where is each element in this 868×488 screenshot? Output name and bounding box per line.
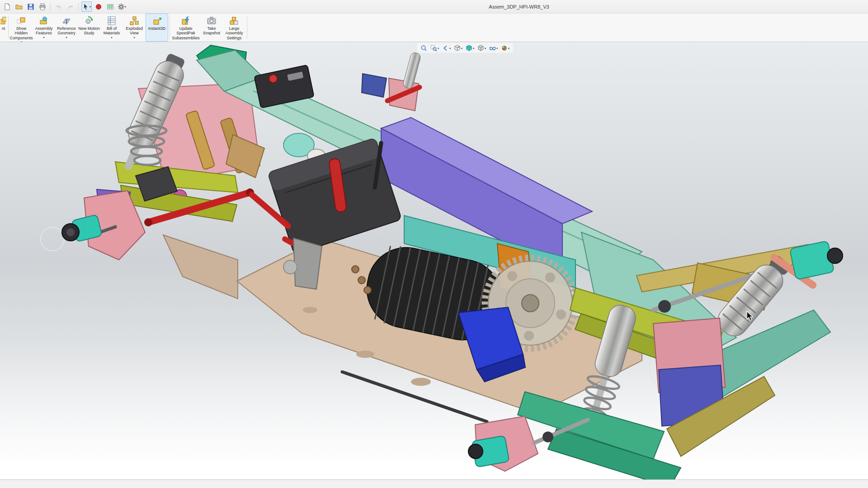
chevron-down-icon: ▾ — [473, 47, 474, 50]
ribbon-button-nt[interactable]: nt — [0, 14, 7, 42]
ribbon-button-label: nt — [2, 26, 5, 31]
ribbon-button-label: Instant3D — [148, 26, 166, 31]
ribbon-toolbar: ntShow Hidden Components▾Assembly Featur… — [0, 14, 868, 42]
chevron-down-icon: ▾ — [111, 36, 112, 39]
previous-view-icon — [442, 45, 449, 52]
component-icon — [0, 16, 7, 26]
chevron-down-icon: ▾ — [90, 5, 91, 8]
ribbon-button-label: New Motion Study — [78, 26, 100, 36]
options-gear-button[interactable]: ▾ — [117, 1, 127, 12]
ribbon-button-label: Exploded View — [123, 26, 145, 36]
select-arrow-button[interactable]: ▾ — [81, 1, 92, 12]
save-icon — [27, 3, 34, 10]
design-table-button[interactable] — [105, 1, 115, 12]
ribbon-button-assembly-features[interactable]: Assembly Features▾ — [33, 14, 55, 42]
undo-icon — [55, 3, 62, 10]
record-macro-button[interactable] — [93, 1, 104, 12]
assembly-features-icon — [39, 16, 49, 26]
display-style-button[interactable]: ▾ — [476, 44, 487, 52]
quick-access-toolbar: ▾▾ — [0, 1, 127, 12]
edit-appearance-button[interactable]: ▾ — [500, 44, 510, 52]
zoom-fit-icon — [420, 45, 427, 52]
toolbar-separator — [50, 3, 51, 11]
hide-show-items-button[interactable]: ▾ — [488, 44, 499, 52]
motion-study-icon — [84, 16, 94, 26]
toolbar-separator — [78, 3, 79, 11]
snapshot-icon — [207, 16, 217, 26]
print-icon — [39, 3, 46, 10]
model-viewport[interactable]: ▾▾▾▾▾▾▾ — [0, 42, 868, 479]
chevron-down-icon: ▾ — [125, 5, 126, 8]
chevron-down-icon: ▾ — [496, 47, 498, 50]
speedpak-icon — [181, 16, 191, 26]
hide-show-items-icon — [489, 45, 496, 52]
redo-button[interactable] — [65, 1, 75, 12]
exploded-view-icon — [129, 16, 139, 26]
ribbon-button-new-motion-study[interactable]: New Motion Study — [78, 14, 100, 42]
ribbon-button-exploded-view[interactable]: Exploded View▾ — [123, 14, 146, 42]
ribbon-button-label: Assembly Features — [33, 26, 55, 36]
heads-up-toolbar: ▾▾▾▾▾▾▾ — [417, 43, 513, 53]
ribbon-button-instant3d[interactable]: Instant3D — [146, 14, 168, 42]
large-assembly-icon — [229, 16, 239, 26]
chevron-down-icon: ▾ — [438, 47, 439, 50]
design-table-icon — [107, 3, 114, 10]
instant3d-icon — [152, 16, 162, 26]
chevron-down-icon: ▾ — [133, 36, 135, 39]
ribbon-separator — [170, 16, 170, 39]
ribbon-button-update-speedpak-subassemblies[interactable]: Update SpeedPak Subassemblies — [171, 14, 200, 42]
status-bar — [0, 479, 868, 488]
save-button[interactable] — [25, 1, 36, 12]
ribbon-button-bill-of-materials[interactable]: Bill of Materials▾ — [100, 14, 123, 42]
display-style-icon — [477, 45, 484, 52]
ribbon-button-label: Show Hidden Components — [9, 26, 33, 40]
chevron-down-icon: ▾ — [43, 36, 44, 39]
bom-icon — [107, 16, 117, 26]
open-folder-button[interactable] — [14, 1, 24, 12]
ribbon-button-label: Update SpeedPak Subassemblies — [172, 26, 200, 40]
ribbon-button-show-hidden-components[interactable]: Show Hidden Components▾ — [10, 14, 33, 42]
new-document-button[interactable] — [2, 1, 12, 12]
view-orientation-button[interactable]: ▾ — [465, 44, 475, 52]
ribbon-separator — [8, 16, 9, 39]
open-folder-icon — [15, 3, 23, 10]
select-arrow-icon — [82, 3, 90, 10]
show-hidden-icon — [16, 16, 26, 26]
ribbon-button-large-assembly-settings[interactable]: Large Assembly Settings — [223, 14, 245, 42]
undo-button[interactable] — [53, 1, 64, 12]
section-view-icon — [454, 45, 461, 52]
ribbon-button-label: Take Snapshot — [201, 26, 222, 36]
zoom-area-icon — [430, 45, 437, 52]
zoom-fit-button[interactable] — [420, 44, 428, 52]
new-document-icon — [4, 3, 11, 10]
chevron-down-icon: ▾ — [485, 47, 486, 50]
zoom-area-button[interactable]: ▾ — [429, 44, 440, 52]
section-view-button[interactable]: ▾ — [453, 44, 463, 52]
redo-icon — [67, 3, 74, 10]
ribbon-separator — [247, 16, 247, 39]
part-front-right-steering[interactable] — [362, 52, 421, 111]
print-button[interactable] — [37, 1, 47, 12]
ribbon-button-label: Bill of Materials — [101, 26, 123, 36]
reference-geometry-icon — [61, 16, 71, 26]
ribbon-button-label: Reference Geometry — [56, 26, 77, 36]
chevron-down-icon: ▾ — [66, 36, 67, 39]
record-macro-icon — [95, 3, 102, 10]
chevron-down-icon: ▾ — [461, 47, 462, 50]
window-title: Assem_3DP_HPI-WR8_V3 — [489, 4, 549, 9]
edit-appearance-icon — [501, 45, 508, 52]
ghost-circle — [41, 227, 64, 251]
ribbon-button-take-snapshot[interactable]: Take Snapshot — [200, 14, 223, 42]
chevron-down-icon: ▾ — [449, 47, 451, 50]
cad-model-3d-view[interactable] — [0, 42, 868, 479]
view-orientation-icon — [466, 45, 472, 52]
ribbon-button-reference-geometry[interactable]: Reference Geometry▾ — [55, 14, 78, 42]
ribbon-button-label: Large Assembly Settings — [223, 26, 245, 40]
title-bar: ▾▾ Assem_3DP_HPI-WR8_V3 — [0, 0, 868, 14]
previous-view-button[interactable]: ▾ — [441, 44, 452, 52]
chevron-down-icon: ▾ — [508, 47, 509, 50]
options-gear-icon — [118, 3, 125, 10]
